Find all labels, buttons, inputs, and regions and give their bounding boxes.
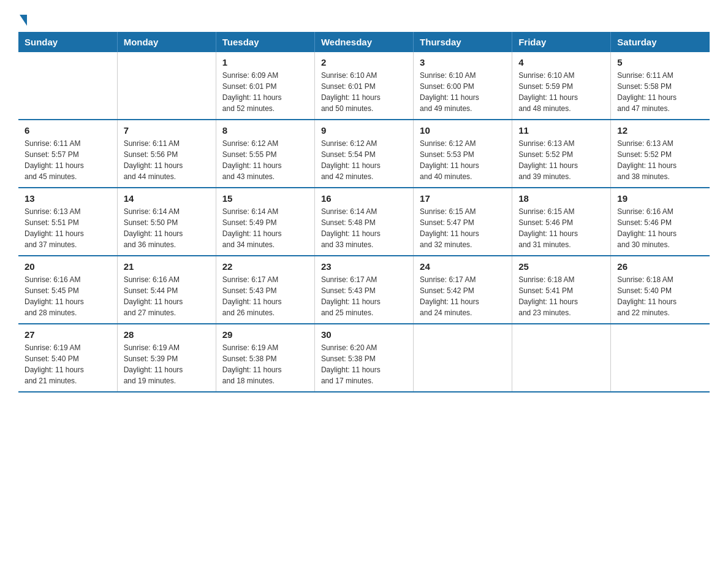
calendar-cell: 27Sunrise: 6:19 AM Sunset: 5:40 PM Dayli… (18, 324, 117, 392)
header-monday: Monday (117, 32, 216, 52)
header-friday: Friday (512, 32, 611, 52)
day-number: 20 (25, 261, 111, 272)
logo-arrow-icon (20, 15, 27, 26)
day-info: Sunrise: 6:15 AM Sunset: 5:46 PM Dayligh… (518, 206, 604, 250)
day-info: Sunrise: 6:19 AM Sunset: 5:38 PM Dayligh… (222, 342, 308, 386)
calendar-cell: 15Sunrise: 6:14 AM Sunset: 5:49 PM Dayli… (216, 188, 314, 256)
calendar-cell: 5Sunrise: 6:11 AM Sunset: 5:58 PM Daylig… (611, 52, 710, 120)
calendar-cell: 29Sunrise: 6:19 AM Sunset: 5:38 PM Dayli… (216, 324, 314, 392)
day-info: Sunrise: 6:16 AM Sunset: 5:45 PM Dayligh… (25, 274, 111, 318)
day-info: Sunrise: 6:19 AM Sunset: 5:40 PM Dayligh… (25, 342, 111, 386)
calendar-table: SundayMondayTuesdayWednesdayThursdayFrid… (18, 32, 710, 393)
day-info: Sunrise: 6:17 AM Sunset: 5:42 PM Dayligh… (420, 274, 506, 318)
day-info: Sunrise: 6:17 AM Sunset: 5:43 PM Dayligh… (321, 274, 407, 318)
calendar-cell: 16Sunrise: 6:14 AM Sunset: 5:48 PM Dayli… (314, 188, 413, 256)
day-number: 18 (518, 193, 604, 204)
calendar-cell: 8Sunrise: 6:12 AM Sunset: 5:55 PM Daylig… (216, 120, 314, 188)
day-number: 22 (222, 261, 308, 272)
day-number: 8 (222, 125, 308, 136)
calendar-cell: 4Sunrise: 6:10 AM Sunset: 5:59 PM Daylig… (512, 52, 611, 120)
day-info: Sunrise: 6:14 AM Sunset: 5:48 PM Dayligh… (321, 206, 407, 250)
calendar-week-2: 6Sunrise: 6:11 AM Sunset: 5:57 PM Daylig… (18, 120, 710, 188)
day-number: 7 (124, 125, 210, 136)
day-info: Sunrise: 6:12 AM Sunset: 5:53 PM Dayligh… (420, 138, 506, 182)
day-info: Sunrise: 6:16 AM Sunset: 5:46 PM Dayligh… (617, 206, 703, 250)
calendar-cell: 3Sunrise: 6:10 AM Sunset: 6:00 PM Daylig… (414, 52, 512, 120)
calendar-cell: 21Sunrise: 6:16 AM Sunset: 5:44 PM Dayli… (117, 256, 216, 324)
calendar-cell (117, 52, 216, 120)
day-number: 27 (25, 329, 111, 340)
header (18, 12, 710, 26)
day-number: 29 (222, 329, 308, 340)
calendar-cell: 13Sunrise: 6:13 AM Sunset: 5:51 PM Dayli… (18, 188, 117, 256)
day-number: 28 (124, 329, 210, 340)
header-thursday: Thursday (414, 32, 512, 52)
day-info: Sunrise: 6:10 AM Sunset: 6:00 PM Dayligh… (420, 70, 506, 114)
day-number: 12 (617, 125, 703, 136)
day-number: 13 (25, 193, 111, 204)
header-tuesday: Tuesday (216, 32, 314, 52)
day-number: 19 (617, 193, 703, 204)
header-saturday: Saturday (611, 32, 710, 52)
calendar-cell: 22Sunrise: 6:17 AM Sunset: 5:43 PM Dayli… (216, 256, 314, 324)
calendar-week-5: 27Sunrise: 6:19 AM Sunset: 5:40 PM Dayli… (18, 324, 710, 392)
header-wednesday: Wednesday (314, 32, 413, 52)
calendar-cell: 25Sunrise: 6:18 AM Sunset: 5:41 PM Dayli… (512, 256, 611, 324)
calendar-cell: 9Sunrise: 6:12 AM Sunset: 5:54 PM Daylig… (314, 120, 413, 188)
day-number: 24 (420, 261, 506, 272)
calendar-cell (18, 52, 117, 120)
calendar-cell: 6Sunrise: 6:11 AM Sunset: 5:57 PM Daylig… (18, 120, 117, 188)
day-number: 30 (321, 329, 407, 340)
calendar-cell: 30Sunrise: 6:20 AM Sunset: 5:38 PM Dayli… (314, 324, 413, 392)
day-number: 3 (420, 57, 506, 67)
day-number: 16 (321, 193, 407, 204)
calendar-cell: 12Sunrise: 6:13 AM Sunset: 5:52 PM Dayli… (611, 120, 710, 188)
calendar-cell (512, 324, 611, 392)
day-info: Sunrise: 6:16 AM Sunset: 5:44 PM Dayligh… (124, 274, 210, 318)
day-number: 4 (518, 57, 604, 67)
day-number: 2 (321, 57, 407, 67)
calendar-cell: 26Sunrise: 6:18 AM Sunset: 5:40 PM Dayli… (611, 256, 710, 324)
calendar-cell: 11Sunrise: 6:13 AM Sunset: 5:52 PM Dayli… (512, 120, 611, 188)
calendar-week-4: 20Sunrise: 6:16 AM Sunset: 5:45 PM Dayli… (18, 256, 710, 324)
day-number: 14 (124, 193, 210, 204)
day-info: Sunrise: 6:13 AM Sunset: 5:52 PM Dayligh… (617, 138, 703, 182)
day-number: 23 (321, 261, 407, 272)
calendar-cell: 10Sunrise: 6:12 AM Sunset: 5:53 PM Dayli… (414, 120, 512, 188)
day-info: Sunrise: 6:13 AM Sunset: 5:51 PM Dayligh… (25, 206, 111, 250)
calendar-cell: 14Sunrise: 6:14 AM Sunset: 5:50 PM Dayli… (117, 188, 216, 256)
calendar-cell: 23Sunrise: 6:17 AM Sunset: 5:43 PM Dayli… (314, 256, 413, 324)
logo (18, 12, 27, 26)
day-number: 21 (124, 261, 210, 272)
calendar-week-1: 1Sunrise: 6:09 AM Sunset: 6:01 PM Daylig… (18, 52, 710, 120)
header-sunday: Sunday (18, 32, 117, 52)
day-number: 26 (617, 261, 703, 272)
day-info: Sunrise: 6:12 AM Sunset: 5:54 PM Dayligh… (321, 138, 407, 182)
day-info: Sunrise: 6:10 AM Sunset: 6:01 PM Dayligh… (321, 70, 407, 114)
calendar-cell: 24Sunrise: 6:17 AM Sunset: 5:42 PM Dayli… (414, 256, 512, 324)
day-number: 6 (25, 125, 111, 136)
day-info: Sunrise: 6:18 AM Sunset: 5:40 PM Dayligh… (617, 274, 703, 318)
day-info: Sunrise: 6:12 AM Sunset: 5:55 PM Dayligh… (222, 138, 308, 182)
calendar-cell (414, 324, 512, 392)
day-info: Sunrise: 6:13 AM Sunset: 5:52 PM Dayligh… (518, 138, 604, 182)
calendar-week-3: 13Sunrise: 6:13 AM Sunset: 5:51 PM Dayli… (18, 188, 710, 256)
day-info: Sunrise: 6:11 AM Sunset: 5:57 PM Dayligh… (25, 138, 111, 182)
calendar-cell: 20Sunrise: 6:16 AM Sunset: 5:45 PM Dayli… (18, 256, 117, 324)
day-number: 25 (518, 261, 604, 272)
calendar-cell: 19Sunrise: 6:16 AM Sunset: 5:46 PM Dayli… (611, 188, 710, 256)
calendar-cell: 7Sunrise: 6:11 AM Sunset: 5:56 PM Daylig… (117, 120, 216, 188)
calendar-cell: 28Sunrise: 6:19 AM Sunset: 5:39 PM Dayli… (117, 324, 216, 392)
day-number: 15 (222, 193, 308, 204)
day-number: 11 (518, 125, 604, 136)
calendar-cell: 18Sunrise: 6:15 AM Sunset: 5:46 PM Dayli… (512, 188, 611, 256)
day-info: Sunrise: 6:10 AM Sunset: 5:59 PM Dayligh… (518, 70, 604, 114)
day-info: Sunrise: 6:11 AM Sunset: 5:58 PM Dayligh… (617, 70, 703, 114)
day-info: Sunrise: 6:14 AM Sunset: 5:49 PM Dayligh… (222, 206, 308, 250)
day-number: 9 (321, 125, 407, 136)
day-info: Sunrise: 6:19 AM Sunset: 5:39 PM Dayligh… (124, 342, 210, 386)
day-number: 5 (617, 57, 703, 67)
calendar-header-row: SundayMondayTuesdayWednesdayThursdayFrid… (18, 32, 710, 52)
day-number: 10 (420, 125, 506, 136)
day-info: Sunrise: 6:17 AM Sunset: 5:43 PM Dayligh… (222, 274, 308, 318)
